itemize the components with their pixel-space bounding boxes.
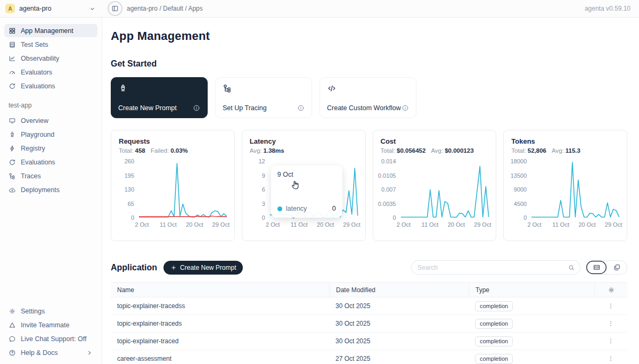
bolt-icon [9, 145, 16, 152]
row-actions-button[interactable] [606, 354, 616, 363]
chart-title: Requests [119, 137, 227, 145]
footer-item-settings[interactable]: Settings [4, 304, 97, 318]
dots-vertical-icon [607, 337, 615, 345]
row-name: topic-explainer-traceds [111, 320, 329, 327]
cloud-icon [9, 186, 16, 194]
tooltip-value: 0 [332, 205, 336, 212]
project-item-deployments[interactable]: Deployments [4, 183, 97, 196]
chat-icon [9, 335, 16, 343]
table-icon [9, 41, 16, 48]
chart-title: Cost [381, 137, 489, 145]
y-axis: 260195130650 [119, 161, 139, 218]
project-item-playground[interactable]: Playground [4, 128, 97, 141]
help-icon [9, 349, 16, 357]
type-badge: completion [475, 301, 513, 311]
chart-stats: Avg:1.38ms [250, 147, 358, 154]
chart-plot [139, 161, 227, 218]
top-bar: A agenta-pro agenta-pro / Default / Apps… [0, 0, 639, 18]
grid-icon [9, 27, 16, 35]
y-axis: 1800013500900045000 [511, 161, 531, 218]
x-axis: 2 Oct11 Oct20 Oct29 Oct [401, 221, 489, 230]
project-item-evaluations[interactable]: Evaluations [4, 155, 97, 169]
create-new-prompt-button[interactable]: Create New Prompt [163, 261, 243, 275]
sidebar-item-evaluators[interactable]: Evaluators [4, 65, 97, 79]
y-axis: 0.0140.01050.0070.00350 [381, 161, 401, 218]
get-started-card-create-new-prompt[interactable]: Create New Prompt [111, 77, 208, 118]
table-view-button[interactable] [586, 261, 607, 274]
table-header: Name Date Modified Type [111, 282, 627, 297]
sidebar-item-observability[interactable]: Observability [4, 52, 97, 65]
page-title: App Management [111, 29, 627, 43]
get-started-title: Get Started [111, 59, 627, 69]
chart-card-cost: Cost Total:$0.056452Avg:$0.000123 0.0140… [373, 130, 497, 241]
chart-plot: 9 Oct latency 0 [270, 161, 358, 218]
chart-icon [9, 55, 16, 62]
table-row[interactable]: topic-explainer-traced 30 Oct 2025 compl… [111, 333, 627, 350]
type-badge: completion [475, 354, 513, 364]
card-label: Create New Prompt [118, 104, 177, 112]
card-label: Set Up Tracing [223, 104, 267, 112]
chevron-down-icon [89, 5, 96, 12]
get-started-card-create-custom-workflow[interactable]: Create Custom Workflow [320, 77, 416, 118]
table-row[interactable]: topic-explainer-traceds 30 Oct 2025 comp… [111, 315, 627, 333]
search-icon[interactable] [568, 264, 575, 271]
sidebar-item-app-management[interactable]: App Management [4, 24, 97, 37]
project-item-overview[interactable]: Overview [4, 114, 97, 127]
chart-title: Tokens [511, 137, 619, 145]
rocket-icon [9, 131, 16, 138]
table-row[interactable]: career-assessment 27 Oct 2025 completion [111, 350, 627, 364]
main-content: App Management Get Started Create New Pr… [102, 18, 639, 364]
row-name: topic-explainer-tracedss [111, 302, 329, 310]
chart-stats: Total:$0.056452Avg:$0.000123 [381, 147, 489, 154]
get-started-card-set-up-tracing[interactable]: Set Up Tracing [215, 77, 312, 118]
dots-vertical-icon [607, 302, 615, 310]
card-view-icon [613, 263, 621, 271]
sidebar-toggle-button[interactable] [108, 1, 122, 16]
gear-icon [608, 286, 615, 294]
rocket-icon [118, 84, 128, 93]
footer-item-invite-teammate[interactable]: Invite Teammate [4, 318, 97, 332]
row-date-modified: 30 Oct 2025 [329, 302, 469, 310]
row-date-modified: 27 Oct 2025 [329, 355, 469, 362]
project-item-registry[interactable]: Registry [4, 142, 97, 155]
row-name: topic-explainer-traced [111, 337, 329, 345]
gear-icon [9, 308, 16, 315]
chart-title: Latency [250, 137, 358, 145]
info-icon [402, 104, 409, 112]
column-header-type[interactable]: Type [469, 283, 594, 297]
search-input[interactable] [417, 264, 568, 271]
chevron-right-icon [86, 349, 93, 357]
tree-icon [9, 172, 16, 180]
tooltip-series-label: latency [286, 205, 307, 212]
view-toggle [586, 260, 627, 275]
column-header-name[interactable]: Name [111, 283, 329, 297]
sidebar-item-test-sets[interactable]: Test Sets [4, 38, 97, 51]
search-box [411, 260, 580, 275]
project-item-traces[interactable]: Traces [4, 169, 97, 183]
plus-icon [170, 264, 177, 271]
x-axis: 2 Oct11 Oct20 Oct29 Oct [139, 221, 227, 230]
x-axis: 2 Oct11 Oct20 Oct29 Oct [531, 221, 619, 230]
dots-vertical-icon [607, 355, 615, 362]
sidebar-item-evaluations[interactable]: Evaluations [4, 79, 97, 93]
app-version: agenta v0.59.10 [585, 5, 639, 12]
table-settings-button[interactable] [607, 285, 616, 295]
card-view-button[interactable] [607, 261, 627, 274]
card-label: Create Custom Workflow [327, 104, 401, 112]
chart-card-latency: Latency Avg:1.38ms 129630 9 Oct latency … [242, 130, 366, 241]
footer-item-help-docs[interactable]: Help & Docs [4, 346, 97, 359]
y-axis: 129630 [250, 161, 270, 218]
workspace-avatar: A [5, 4, 15, 13]
row-actions-button[interactable] [606, 319, 616, 328]
invite-icon [9, 321, 16, 329]
column-header-date-modified[interactable]: Date Modified [329, 283, 469, 297]
chart-tooltip: 9 Oct latency 0 [271, 166, 342, 218]
footer-item-live-chat-support-off[interactable]: Live Chat Support: Off [4, 332, 97, 345]
chart-plot [401, 161, 489, 218]
table-row[interactable]: topic-explainer-tracedss 30 Oct 2025 com… [111, 297, 627, 315]
project-label: test-app [9, 102, 93, 109]
monitor-icon [9, 117, 16, 125]
row-actions-button[interactable] [606, 336, 616, 346]
row-actions-button[interactable] [606, 301, 616, 311]
workspace-selector[interactable]: A agenta-pro [0, 4, 102, 13]
